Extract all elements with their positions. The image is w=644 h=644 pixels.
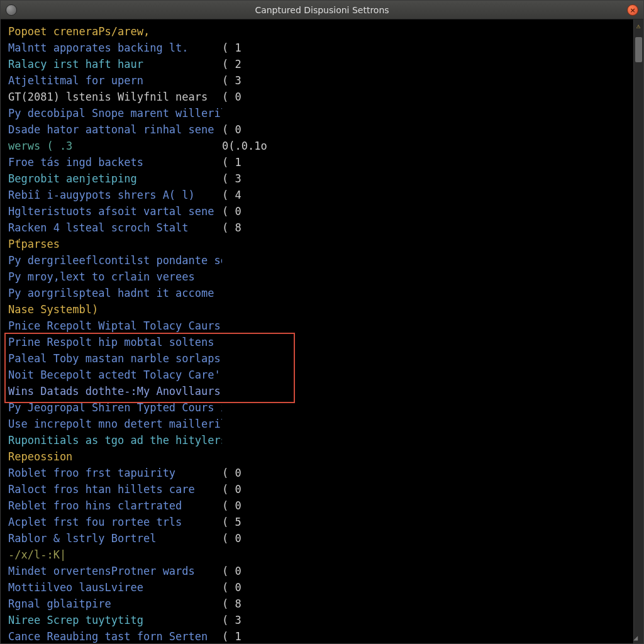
- terminal-line: Rgnal gblaitpire( 8: [8, 596, 633, 612]
- line-label: Cance Reaubing tast forn Serten: [8, 628, 222, 643]
- line-value: ( 1: [222, 628, 242, 643]
- terminal-line: Acplet frst fou rortee trls( 5: [8, 514, 633, 530]
- terminal-line: Nase Systembl): [8, 301, 633, 318]
- terminal-line: Raloct fros htan hillets care( 0: [8, 481, 633, 497]
- terminal-line: Ruponitials as tgo ad the hitylers: [8, 432, 633, 448]
- terminal-line: Use increpolt mno detert mailleril.0 rnb: [8, 416, 633, 432]
- terminal-body: Popoet creneraPs/arew,Malntt apporates b…: [1, 19, 643, 643]
- line-value: ( 0: [222, 465, 242, 481]
- terminal-line: Froe tás ingd backets( 1: [8, 154, 633, 170]
- line-label: Acplet frst fou rortee trls: [8, 514, 222, 530]
- terminal-line: Malntt apporates backing lt.( 1: [8, 40, 633, 56]
- line-value: ( 8: [222, 219, 242, 236]
- line-value: ( 0: [222, 563, 242, 579]
- line-label: Py dergrileeflcontilst pondante sere: [8, 252, 222, 269]
- line-value: ( 0: [222, 203, 242, 219]
- terminal-line: Roblet froo frst tapuirity( 0: [8, 465, 633, 481]
- line-label: Raloct fros htan hillets care: [8, 481, 222, 497]
- line-value: ( 0: [222, 121, 242, 138]
- terminal-line: Py mroy,lext to crlain verees: [8, 269, 633, 285]
- terminal-line: Niree Screp tuytytitg( 3: [8, 612, 633, 628]
- terminal-line: Reblet froo hins clartrated( 0: [8, 497, 633, 514]
- terminal-line: Cance Reaubing tast forn Serten( 1: [8, 628, 633, 643]
- line-label: Ruponitials as tgo ad the hitylers: [8, 432, 222, 448]
- terminal-line: Mottiilveo lausLviree( 0: [8, 579, 633, 596]
- line-value: ( 2: [222, 56, 242, 72]
- terminal-line: werws ( .30(.0.1o: [8, 138, 633, 154]
- line-value: ( 0: [222, 481, 242, 497]
- line-label: GT(2081) lstenis Wilyfnil nears: [8, 89, 222, 105]
- terminal-line: Wins Datads dothte-:My Anovllaurs: [8, 383, 633, 399]
- terminal-line: Rebiî i-augypots shrers A( l)( 4: [8, 187, 633, 203]
- scrollbar-track[interactable]: ⚠: [633, 19, 643, 643]
- line-label: Py mroy,lext to crlain verees: [8, 269, 222, 285]
- line-label: Niree Screp tuytytitg: [8, 612, 222, 628]
- terminal-content[interactable]: Popoet creneraPs/arew,Malntt apporates b…: [1, 19, 633, 643]
- terminal-line: Ralacy irst haft haur( 2: [8, 56, 633, 72]
- line-value: ( 0: [222, 530, 242, 547]
- titlebar: Canptured Dispusioni Settrons ×: [1, 1, 643, 19]
- terminal-line: Py aorgrilspteal hadnt it accome: [8, 285, 633, 301]
- line-value: 0(.0.1o: [222, 138, 267, 154]
- line-label: Rablor & lstrly Bortrel: [8, 530, 222, 547]
- line-label: Py aorgrilspteal hadnt it accome: [8, 285, 222, 301]
- terminal-line: Py decobipal Snope marent willeril.0 rnb: [8, 105, 633, 121]
- terminal-line: Dsade hator aattonal rinhal sene( 0: [8, 121, 633, 138]
- close-icon[interactable]: ×: [627, 4, 638, 16]
- terminal-line: -/x/l-:K|: [8, 547, 633, 563]
- line-label: Hglteristuots afsoit vartal sene: [8, 203, 222, 219]
- line-value: ( 3: [222, 612, 242, 628]
- line-label: Repeossion: [8, 448, 222, 465]
- line-label: Use increpolt mno detert mailleril.0 rnb: [8, 416, 222, 432]
- line-value: ( 5: [222, 514, 242, 530]
- terminal-line: Hglteristuots afsoit vartal sene( 0: [8, 203, 633, 219]
- line-value: ( 3: [222, 72, 242, 89]
- line-label: Noit Becepolt actedt Tolacy Care',l.4: [8, 367, 222, 383]
- line-label: -/x/l-:K|: [8, 547, 222, 563]
- terminal-line: Pnice Rcepolt Wiptal Tolacy Caurs iniMlb…: [8, 318, 633, 334]
- line-label: Rebiî i-augypots shrers A( l): [8, 187, 222, 203]
- line-label: Mindet orvertensProtner wards: [8, 563, 222, 579]
- line-label: werws ( .3: [8, 138, 222, 154]
- warning-icon: ⚠: [634, 22, 643, 30]
- line-label: Popoet creneraPs/arew,: [8, 23, 222, 40]
- line-label: Rgnal gblaitpire: [8, 596, 222, 612]
- line-label: Paleal Toby mastan narble sorlaps.: [8, 350, 222, 367]
- terminal-line: Py Jeogropal Shiren Typted Cours iniMlbo…: [8, 399, 633, 416]
- terminal-window: Canptured Dispusioni Settrons × Popoet c…: [0, 0, 644, 644]
- line-label: Begrobit aenjetiping: [8, 170, 222, 187]
- terminal-line: GT(2081) lstenis Wilyfnil nears( 0: [8, 89, 633, 105]
- line-label: Mottiilveo lausLviree: [8, 579, 222, 596]
- line-label: Racken 4 lsteal scroch Stalt: [8, 219, 222, 236]
- line-value: ( 0: [222, 579, 242, 596]
- line-label: Malntt apporates backing lt.: [8, 40, 222, 56]
- line-value: ( 1: [222, 154, 242, 170]
- line-label: Pnice Rcepolt Wiptal Tolacy Caurs iniMlb…: [8, 318, 222, 334]
- scrollbar-thumb[interactable]: [635, 37, 642, 62]
- line-label: Py decobipal Snope marent willeril.0 rnb: [8, 105, 222, 121]
- terminal-line: Mindet orvertensProtner wards( 0: [8, 563, 633, 579]
- line-label: Pťparses: [8, 236, 222, 252]
- window-menu-icon[interactable]: [6, 4, 17, 16]
- line-label: Prine Respolt hip mobtal soltens: [8, 334, 222, 350]
- line-label: Py Jeogropal Shiren Typted Cours iniMlbo…: [8, 399, 222, 416]
- line-label: Roblet froo frst tapuirity: [8, 465, 222, 481]
- terminal-line: Racken 4 lsteal scroch Stalt( 8: [8, 219, 633, 236]
- resize-grip-icon[interactable]: ◢: [633, 633, 642, 642]
- window-title: Canptured Dispusioni Settrons: [255, 5, 389, 15]
- line-value: ( 0: [222, 497, 242, 514]
- line-label: Wins Datads dothte-:My Anovllaurs: [8, 383, 222, 399]
- terminal-line: Begrobit aenjetiping( 3: [8, 170, 633, 187]
- line-label: Atjeltitmal for upern: [8, 72, 222, 89]
- terminal-line: Popoet creneraPs/arew,: [8, 23, 633, 40]
- terminal-line: Noit Becepolt actedt Tolacy Care',l.4: [8, 367, 633, 383]
- terminal-line: Atjeltitmal for upern( 3: [8, 72, 633, 89]
- terminal-line: Paleal Toby mastan narble sorlaps.: [8, 350, 633, 367]
- terminal-line: Repeossion: [8, 448, 633, 465]
- terminal-line: Rablor & lstrly Bortrel( 0: [8, 530, 633, 547]
- line-value: ( 4: [222, 187, 242, 203]
- line-label: Reblet froo hins clartrated: [8, 497, 222, 514]
- terminal-line: Pťparses: [8, 236, 633, 252]
- line-label: Froe tás ingd backets: [8, 154, 222, 170]
- line-value: ( 0: [222, 89, 242, 105]
